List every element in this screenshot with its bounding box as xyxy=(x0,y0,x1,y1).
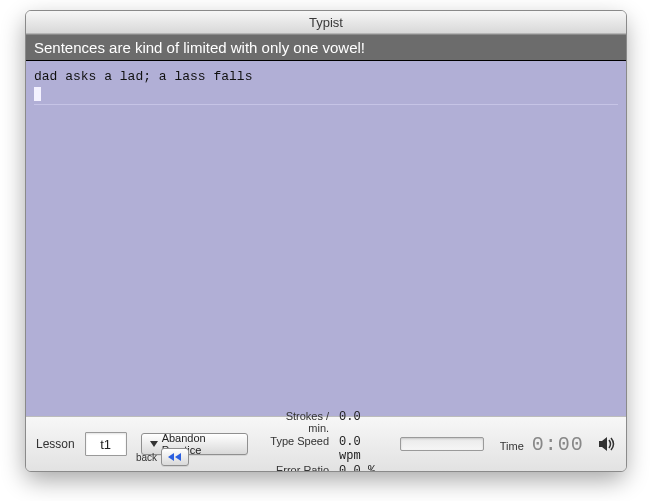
svg-marker-0 xyxy=(175,453,181,461)
sound-toggle[interactable] xyxy=(598,434,616,454)
stats-grid: Strokes / min. 0.0 Type Speed 0.0 wpm Er… xyxy=(268,410,384,472)
lesson-label: Lesson xyxy=(36,437,75,451)
speed-label: Type Speed xyxy=(268,435,329,463)
error-value: 0.0 % xyxy=(339,464,384,472)
time-label: Time xyxy=(500,440,524,452)
error-label: Error Ratio xyxy=(268,464,329,472)
app-window: Typist Sentences are kind of limited wit… xyxy=(25,10,627,472)
typing-area[interactable]: dad asks a lad; a lass falls xyxy=(26,61,626,416)
instruction-text: Sentences are kind of limited with only … xyxy=(34,39,365,56)
sound-icon xyxy=(598,437,616,451)
back-control: back xyxy=(136,448,189,466)
speed-value: 0.0 wpm xyxy=(339,435,384,463)
back-button[interactable] xyxy=(161,448,189,466)
typed-input-line[interactable] xyxy=(34,86,618,102)
strokes-label: Strokes / min. xyxy=(268,410,329,434)
back-label: back xyxy=(136,452,157,463)
rewind-icon xyxy=(167,452,183,462)
line-rule xyxy=(34,104,618,105)
chevron-down-icon xyxy=(150,441,158,447)
instruction-banner: Sentences are kind of limited with only … xyxy=(26,34,626,61)
bottom-toolbar: Lesson t1 back Abandon Practice xyxy=(26,416,626,471)
lesson-field[interactable]: t1 xyxy=(85,432,127,456)
titlebar[interactable]: Typist xyxy=(26,11,626,34)
progress-bar xyxy=(400,437,484,451)
strokes-value: 0.0 xyxy=(339,410,384,434)
lesson-value: t1 xyxy=(100,437,111,452)
content-area: Sentences are kind of limited with only … xyxy=(26,34,626,471)
window-title: Typist xyxy=(309,15,343,30)
time-value: 0:00 xyxy=(532,433,584,456)
time-display: Time 0:00 xyxy=(500,433,584,456)
target-text: dad asks a lad; a lass falls xyxy=(34,69,618,84)
svg-marker-2 xyxy=(599,437,607,451)
text-cursor xyxy=(34,87,41,101)
svg-marker-1 xyxy=(168,453,174,461)
